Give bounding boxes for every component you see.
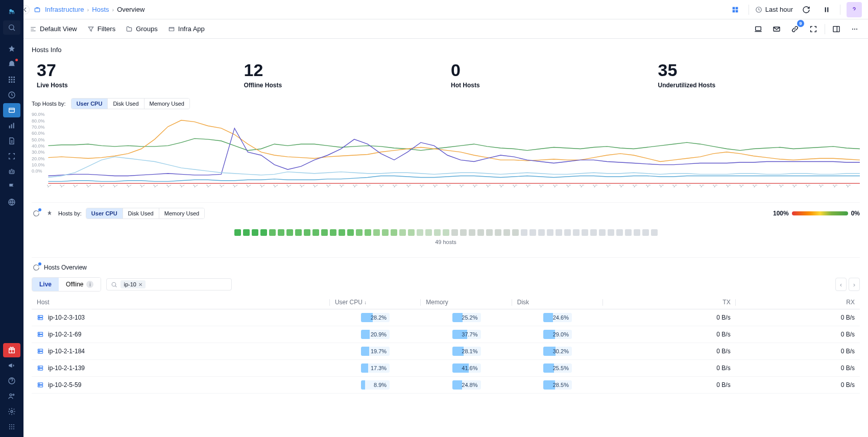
host-square[interactable] <box>616 229 623 236</box>
host-square[interactable] <box>312 229 319 236</box>
host-square[interactable] <box>495 229 501 236</box>
rail-search-icon[interactable] <box>3 20 20 35</box>
rail-gift-icon[interactable] <box>3 343 20 357</box>
host-square[interactable] <box>417 229 423 236</box>
host-square[interactable] <box>295 229 302 236</box>
timerange-picker[interactable]: Last hour <box>755 6 793 13</box>
table-row[interactable]: ip-10-2-1-184 19.7% 28.1% 30.2% 0 B/s 0 … <box>32 343 860 360</box>
rail-barchart-icon[interactable] <box>3 118 20 133</box>
table-column-header[interactable]: RX <box>736 296 860 309</box>
host-square[interactable] <box>573 229 580 236</box>
rail-apps-icon[interactable] <box>3 72 20 87</box>
host-square[interactable] <box>443 229 449 236</box>
rail-doc-icon[interactable] <box>3 134 20 148</box>
host-square[interactable] <box>590 229 597 236</box>
search-input[interactable] <box>149 280 227 288</box>
mail-icon[interactable] <box>769 22 784 36</box>
breadcrumb-root[interactable]: Infrastructure <box>45 6 84 13</box>
infra-app-button[interactable]: Infra App <box>168 25 205 33</box>
host-square[interactable] <box>556 229 562 236</box>
host-square[interactable] <box>234 229 241 236</box>
host-square[interactable] <box>330 229 336 236</box>
table-column-header[interactable]: Memory <box>421 296 512 309</box>
panel-icon[interactable] <box>829 22 843 36</box>
host-square[interactable] <box>599 229 606 236</box>
pin-icon[interactable] <box>45 209 54 218</box>
logo-icon[interactable] <box>3 3 20 19</box>
host-square[interactable] <box>529 229 536 236</box>
rail-alerts-icon[interactable] <box>3 57 20 71</box>
host-square[interactable] <box>321 229 328 236</box>
rail-infra-icon[interactable] <box>3 103 20 117</box>
table-row[interactable]: ip-10-2-1-139 17.3% 41.6% 25.5% 0 B/s 0 … <box>32 360 860 377</box>
host-square[interactable] <box>582 229 588 236</box>
chip-close-icon[interactable]: ✕ <box>138 282 142 287</box>
host-square[interactable] <box>460 229 467 236</box>
host-square[interactable] <box>356 229 363 236</box>
table-column-header[interactable]: Host <box>32 296 330 309</box>
refresh-small-icon[interactable] <box>32 263 41 272</box>
tab-live[interactable]: Live <box>32 278 59 291</box>
host-square[interactable] <box>538 229 545 236</box>
host-square[interactable] <box>286 229 293 236</box>
host-square[interactable] <box>382 229 389 236</box>
host-square[interactable] <box>339 229 345 236</box>
host-square[interactable] <box>651 229 658 236</box>
host-square[interactable] <box>642 229 649 236</box>
host-square[interactable] <box>278 229 284 236</box>
host-square[interactable] <box>521 229 527 236</box>
host-square[interactable] <box>408 229 415 236</box>
rail-globe-icon[interactable] <box>3 195 20 209</box>
host-square[interactable] <box>547 229 553 236</box>
rail-help-icon[interactable] <box>3 374 20 388</box>
host-square[interactable] <box>243 229 250 236</box>
rail-bot-icon[interactable] <box>3 164 20 179</box>
table-column-header[interactable]: User CPU ↓ <box>330 296 421 309</box>
host-square[interactable] <box>304 229 310 236</box>
back-button[interactable] <box>23 5 30 14</box>
host-square[interactable] <box>564 229 571 236</box>
rail-rocket-icon[interactable] <box>3 42 20 56</box>
rail-focus-icon[interactable] <box>3 149 20 163</box>
host-square[interactable] <box>365 229 371 236</box>
host-square[interactable] <box>399 229 406 236</box>
metric-tab[interactable]: User CPU <box>71 99 108 109</box>
host-square[interactable] <box>486 229 493 236</box>
host-square[interactable] <box>252 229 258 236</box>
host-square[interactable] <box>608 229 614 236</box>
rail-clock-icon[interactable] <box>3 88 20 102</box>
table-column-header[interactable]: TX <box>603 296 736 309</box>
host-square[interactable] <box>503 229 510 236</box>
page-prev[interactable]: ‹ <box>835 278 847 291</box>
chart-area[interactable]: 90.0%80.0%70.0%60.0%50.0%40.0%30.0%20.0%… <box>32 112 860 184</box>
more-icon[interactable] <box>848 22 862 36</box>
rail-settings-icon[interactable] <box>3 404 20 419</box>
page-next[interactable]: › <box>849 278 860 291</box>
host-square[interactable] <box>434 229 441 236</box>
host-square[interactable] <box>269 229 276 236</box>
breadcrumb-section[interactable]: Hosts <box>92 6 109 13</box>
rail-users-icon[interactable] <box>3 389 20 403</box>
table-row[interactable]: ip-10-2-1-69 20.9% 37.7% 29.0% 0 B/s 0 B… <box>32 326 860 343</box>
host-square[interactable] <box>634 229 640 236</box>
host-search[interactable]: ip-10 ✕ <box>106 278 231 290</box>
filters-button[interactable]: Filters <box>87 25 115 33</box>
host-square[interactable] <box>451 229 458 236</box>
rail-keypad-icon[interactable] <box>3 420 20 434</box>
link-icon[interactable]: 9 <box>788 22 802 36</box>
groups-button[interactable]: Groups <box>126 25 158 33</box>
host-square[interactable] <box>469 229 475 236</box>
metric-tab[interactable]: Memory Used <box>144 99 189 109</box>
refresh-icon[interactable] <box>799 3 813 17</box>
refresh-small-icon[interactable] <box>32 209 41 218</box>
metric-tab[interactable]: Disk Used <box>107 99 143 109</box>
metric-tab[interactable]: User CPU <box>86 208 123 218</box>
laptop-icon[interactable] <box>751 22 765 36</box>
host-square[interactable] <box>391 229 397 236</box>
metric-tab[interactable]: Memory Used <box>159 208 204 218</box>
rail-flag-icon[interactable] <box>3 180 20 194</box>
view-selector[interactable]: Default View <box>30 25 77 33</box>
host-square[interactable] <box>347 229 354 236</box>
host-square[interactable] <box>625 229 632 236</box>
host-square[interactable] <box>425 229 432 236</box>
